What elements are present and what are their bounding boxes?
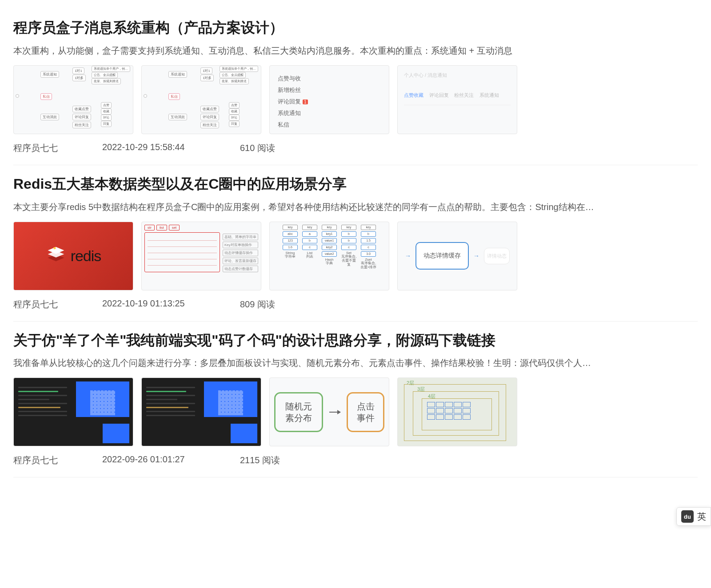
article-author[interactable]: 程序员七七: [13, 298, 62, 310]
thumbnail-redis-logo[interactable]: redis: [13, 222, 133, 290]
article-reads: 809 阅读: [240, 298, 275, 310]
article-date: 2022-09-26 01:01:27: [102, 454, 200, 466]
thumbnail-ide[interactable]: [141, 377, 261, 446]
article-date: 2022-10-19 01:13:25: [102, 298, 200, 310]
article-card: 关于仿"羊了个羊"我纯前端实现"码了个码"的设计思路分享，附源码下载链接 我准备…: [13, 322, 698, 478]
thumbnail-tabs[interactable]: 个人中心 / 消息通知 点赞收藏 评论回复 粉丝关注 系统通知: [397, 65, 517, 134]
article-meta: 程序员七七 2022-09-26 01:01:27 2115 阅读: [13, 454, 698, 466]
thumbnail-row: redis str list set 基础、简单的字符串 Key对应单独操作: [13, 222, 698, 290]
article-card: 程序员盒子消息系统重构（产品方案设计） 本次重构，从功能侧，盒子需要支持到系统通…: [13, 9, 698, 165]
thumbnail-row: 系统通知 私信 互动消息 1对1 1对多 系统通知单个用户，例… 公告、全员提醒…: [13, 65, 698, 134]
article-summary: 我准备单从比较核心的这几个问题来进行分享：多层叠加面板设计与实现、随机元素分布、…: [13, 356, 698, 369]
article-meta: 程序员七七 2022-10-19 01:13:25 809 阅读: [13, 298, 698, 310]
redis-wordmark: redis: [71, 247, 101, 265]
thumbnail-menu[interactable]: 点赞与收 新增粉丝 评论回复1 系统通知 私信: [269, 65, 389, 134]
thumbnail-ide[interactable]: [13, 377, 133, 446]
article-author[interactable]: 程序员七七: [13, 454, 62, 466]
article-card: Redis五大基本数据类型以及在C圈中的应用场景分享 本文主要分享redis 5…: [13, 165, 698, 322]
article-summary: 本文主要分享redis 5中数据结构在程序员盒子C圈中的应用案例，希望对各种使用…: [13, 200, 698, 214]
thumbnail-flow[interactable]: → 动态详情缓存 → 详情动态: [397, 222, 517, 290]
thumbnail-mindmap[interactable]: 系统通知 私信 互动消息 1对1 1对多 系统通知单个用户，例… 公告、全员提醒…: [141, 65, 261, 134]
redis-cube-icon: [46, 246, 66, 266]
article-title[interactable]: 程序员盒子消息系统重构（产品方案设计）: [13, 18, 698, 38]
thumbnail-outline[interactable]: str list set 基础、简单的字符串 Key对应单独操作 动态评情缓存操…: [141, 222, 261, 290]
article-summary: 本次重构，从功能侧，盒子需要支持到系统通知、互动消息、私信三大类站内消息服务。本…: [13, 44, 698, 57]
article-reads: 2115 阅读: [240, 454, 280, 466]
thumbnail-row: 随机元素分布 点击事件 2层 3层 4层: [13, 377, 698, 446]
thumbnail-steps[interactable]: 随机元素分布 点击事件: [269, 377, 389, 446]
article-date: 2022-10-29 15:58:44: [102, 142, 200, 154]
thumbnail-mindmap[interactable]: 系统通知 私信 互动消息 1对1 1对多 系统通知单个用户，例… 公告、全员提醒…: [13, 65, 133, 134]
article-reads: 610 阅读: [240, 142, 275, 154]
article-title[interactable]: Redis五大基本数据类型以及在C圈中的应用场景分享: [13, 174, 698, 194]
article-title[interactable]: 关于仿"羊了个羊"我纯前端实现"码了个码"的设计思路分享，附源码下载链接: [13, 330, 698, 350]
article-meta: 程序员七七 2022-10-29 15:58:44 610 阅读: [13, 142, 698, 154]
thumbnail-layers[interactable]: 2层 3层 4层: [397, 377, 517, 446]
article-author[interactable]: 程序员七七: [13, 142, 62, 154]
svg-marker-2: [48, 251, 64, 258]
thumbnail-datastructures[interactable]: key abc 123 1.6 String字符串 key a b c List…: [269, 222, 389, 290]
